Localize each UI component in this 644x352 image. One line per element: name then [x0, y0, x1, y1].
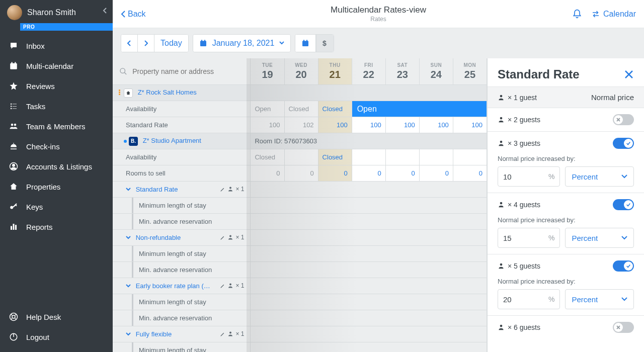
day-col-22[interactable]: FRI22 — [352, 58, 386, 85]
chevron-down-icon[interactable] — [126, 236, 131, 240]
rateplan-row-standard[interactable]: Standard Rate × 1 — [113, 182, 251, 198]
cell[interactable] — [251, 326, 487, 342]
cell[interactable] — [251, 310, 487, 326]
pencil-icon[interactable] — [220, 187, 225, 192]
cell[interactable]: 0 — [420, 165, 453, 182]
guest-5-toggle[interactable] — [613, 260, 634, 272]
guest-3-unit-select[interactable]: Percent — [565, 166, 634, 187]
chevron-down-icon[interactable] — [126, 332, 131, 336]
sidebar-item-label: Accounts & Listings — [26, 162, 92, 171]
user-block[interactable]: Sharon Smith — [0, 0, 113, 21]
cell[interactable]: Closed — [318, 149, 352, 165]
cell[interactable]: 100 — [352, 117, 386, 133]
cell[interactable]: 100 — [386, 117, 420, 133]
rateplan-row-flex[interactable]: Fully flexible × 1 — [113, 326, 251, 342]
property-search-input[interactable] — [131, 67, 244, 76]
grid-scroll-area[interactable]: TUE19 WED20 THU21 FRI22 SAT23 SUN24 MON2… — [113, 58, 487, 352]
rateplan-label: Non-refundable — [136, 234, 181, 241]
rateplan-row-early[interactable]: Early booker rate plan (… × 1 — [113, 278, 251, 294]
sidebar-item-logout[interactable]: Logout — [0, 327, 113, 347]
cell[interactable]: 0 — [453, 165, 487, 182]
today-button[interactable]: Today — [154, 35, 188, 52]
guest-6-toggle[interactable] — [613, 322, 634, 333]
cell[interactable]: 0 — [285, 165, 318, 182]
property-row[interactable]: B. Z* Studio Apartment — [113, 133, 251, 149]
chevron-down-icon[interactable] — [126, 188, 131, 192]
cell[interactable]: 0 — [352, 165, 386, 182]
cell[interactable]: 0 — [386, 165, 420, 182]
view-rates-button[interactable]: $ — [316, 34, 334, 52]
sidebar-item-checkins[interactable]: Check-ins — [0, 136, 113, 156]
guest-3-value-input[interactable] — [498, 172, 543, 181]
cell[interactable] — [386, 149, 420, 165]
day-col-21[interactable]: THU21 — [318, 58, 352, 85]
sidebar-item-helpdesk[interactable]: Help Desk — [0, 307, 113, 327]
day-col-25[interactable]: MON25 — [453, 58, 487, 85]
view-calendar-button[interactable] — [295, 35, 316, 52]
guest-2-toggle[interactable] — [613, 114, 634, 125]
cell[interactable]: Closed — [318, 101, 352, 117]
open-band[interactable]: Open — [352, 101, 487, 117]
pencil-icon[interactable] — [220, 235, 225, 240]
next-day-button[interactable] — [138, 35, 154, 52]
cell[interactable]: 100 — [251, 117, 284, 133]
cell[interactable] — [285, 149, 318, 165]
cell[interactable] — [251, 278, 487, 294]
guest-4-toggle[interactable] — [613, 199, 634, 210]
guest-3-toggle[interactable] — [613, 138, 634, 149]
cell[interactable]: 0 — [251, 165, 284, 182]
day-col-24[interactable]: SUN24 — [420, 58, 453, 85]
sidebar-item-multicalendar[interactable]: Multi-calendar — [0, 56, 113, 76]
sidebar-item-keys[interactable]: Keys — [0, 197, 113, 217]
cell[interactable]: 0 — [318, 165, 352, 182]
day-col-19[interactable]: TUE19 — [251, 58, 284, 85]
notifications-icon[interactable] — [572, 9, 582, 19]
close-panel-icon[interactable] — [624, 69, 634, 79]
calendar-switch[interactable]: Calendar — [591, 10, 636, 19]
collapse-sidebar-icon[interactable] — [103, 7, 108, 14]
rateplan-row-nonref[interactable]: Non-refundable × 1 — [113, 230, 251, 246]
pencil-icon[interactable] — [220, 331, 225, 337]
pencil-icon[interactable] — [220, 283, 225, 289]
cell[interactable] — [251, 262, 487, 278]
sidebar-item-accounts[interactable]: Accounts & Listings — [0, 156, 113, 177]
prev-day-button[interactable] — [121, 35, 138, 52]
cell[interactable] — [352, 149, 386, 165]
cell[interactable] — [251, 230, 487, 246]
cell[interactable] — [251, 182, 487, 198]
svg-rect-18 — [204, 40, 205, 41]
cell[interactable] — [251, 294, 487, 310]
sidebar-item-inbox[interactable]: Inbox — [0, 36, 113, 56]
back-button[interactable]: Back — [121, 10, 146, 19]
date-picker-seg[interactable]: January 18, 2021 — [193, 34, 291, 52]
guest-4-unit-select[interactable]: Percent — [565, 228, 634, 248]
cell[interactable] — [251, 214, 487, 230]
property-row[interactable]: Z* Rock Salt Homes — [113, 85, 251, 101]
drag-handle-icon[interactable] — [119, 90, 121, 97]
cell[interactable] — [251, 246, 487, 262]
sidebar-item-reports[interactable]: Reports — [0, 217, 113, 237]
cell[interactable] — [420, 149, 453, 165]
cell[interactable]: 100 — [318, 117, 352, 133]
cell[interactable]: 102 — [285, 117, 318, 133]
cell[interactable] — [251, 198, 487, 214]
cell[interactable]: 100 — [453, 117, 487, 133]
day-col-23[interactable]: SAT23 — [386, 58, 420, 85]
sidebar-item-tasks[interactable]: Tasks — [0, 96, 113, 116]
cell[interactable]: Closed — [251, 149, 284, 165]
guest-5-unit-select[interactable]: Percent — [565, 289, 634, 309]
cell[interactable]: Closed — [285, 101, 318, 117]
chevron-down-icon[interactable] — [126, 284, 131, 288]
rate-panel: Standard Rate × 1 guest Normal price × 2… — [487, 58, 644, 352]
sidebar-item-properties[interactable]: Properties — [0, 177, 113, 197]
cell[interactable]: 100 — [420, 117, 453, 133]
cell[interactable]: Open — [251, 101, 284, 117]
sidebar-item-reviews[interactable]: Reviews — [0, 76, 113, 96]
sidebar-item-team[interactable]: Team & Members — [0, 116, 113, 136]
cell[interactable] — [251, 342, 487, 352]
row-mar: Min. advance reservation — [113, 214, 251, 230]
day-col-20[interactable]: WED20 — [285, 58, 318, 85]
guest-4-value-input[interactable] — [498, 234, 543, 242]
guest-5-value-input[interactable] — [498, 295, 543, 304]
cell[interactable] — [453, 149, 487, 165]
